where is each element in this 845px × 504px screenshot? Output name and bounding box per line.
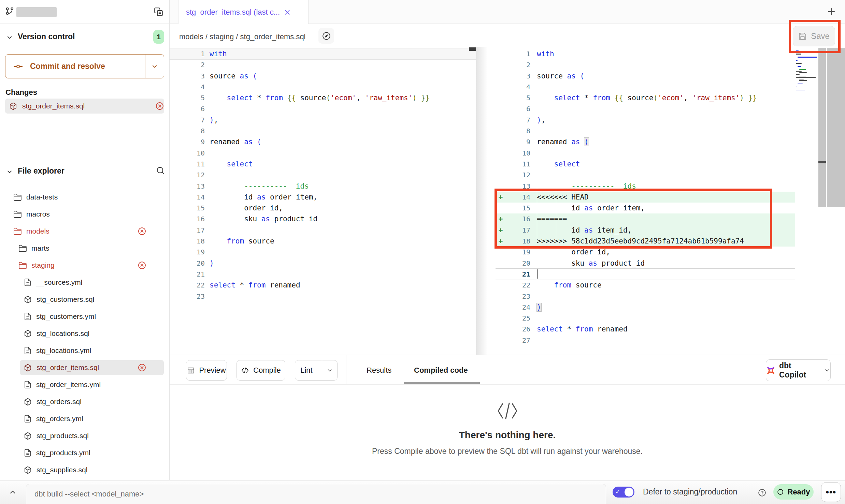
code-line-14[interactable]: 14 id as order_item, (170, 192, 476, 203)
code-line-1[interactable]: 1with (170, 48, 476, 59)
discard-change-icon[interactable] (138, 261, 146, 270)
lint-label[interactable]: Lint (295, 366, 318, 375)
code-line-7[interactable]: 7), (496, 115, 795, 125)
code-line-8[interactable]: 8 (496, 125, 795, 136)
file-tree-item-stg-orders-sql[interactable]: stg_orders.sql (0, 394, 170, 409)
search-icon[interactable] (156, 166, 165, 175)
command-input[interactable]: dbt build --select <model_name> (26, 484, 606, 504)
file-tree-item-stg-customers-yml[interactable]: stg_customers.yml (0, 309, 170, 324)
defer-toggle[interactable]: ✓ (613, 487, 634, 498)
new-tab-icon[interactable] (826, 6, 836, 17)
code-line-9[interactable]: 9renamed as ( (496, 136, 795, 147)
file-tree-item-stg-order-items-sql[interactable]: stg_order_items.sql (0, 360, 170, 375)
code-line-5[interactable]: 5 select * from {{ source('ecom', 'raw_i… (496, 92, 795, 103)
code-line-16[interactable]: 16 sku as product_id (170, 213, 476, 224)
file-tree-item-stg-supplies-sql[interactable]: stg_supplies.sql (0, 462, 170, 477)
code-line-17[interactable]: 17 (170, 225, 476, 236)
lint-button-group[interactable]: Lint (295, 360, 338, 381)
commit-and-resolve-button[interactable]: Commit and resolve (5, 54, 164, 78)
git-branch-icon[interactable] (5, 6, 14, 16)
branch-name-placeholder[interactable] (16, 7, 57, 17)
preview-button[interactable]: Preview (186, 360, 227, 381)
chevron-down-icon[interactable] (6, 34, 13, 41)
file-tree-item-marts[interactable]: marts (0, 241, 170, 256)
code-line-18[interactable]: 18 from source (170, 236, 476, 247)
collapse-panel-icon[interactable] (5, 484, 20, 500)
file-tree-item-stg-products-yml[interactable]: stg_products.yml (0, 445, 170, 460)
compile-button[interactable]: Compile (237, 360, 285, 381)
file-tree-item-stg-customers-sql[interactable]: stg_customers.sql (0, 292, 170, 307)
code-line-13[interactable]: 13 ---------- ids (170, 181, 476, 192)
code-line-15[interactable]: 15 order_id, (170, 203, 476, 213)
editor-scrollbar[interactable] (827, 48, 845, 207)
file-tree-item-stg-order-items-yml[interactable]: stg_order_items.yml (0, 377, 170, 392)
file-tree-item-staging[interactable]: staging (0, 258, 170, 273)
code-line-12[interactable]: 12 (496, 169, 795, 180)
editor-pane-left[interactable]: 1with23source as (45 select * from {{ so… (170, 47, 476, 302)
code-line-20[interactable]: 20 sku as product_id (496, 258, 795, 269)
scrollbar-thumb[interactable] (818, 161, 826, 163)
code-line-9[interactable]: 9renamed as ( (170, 136, 476, 147)
code-line-4[interactable]: 4 (496, 81, 795, 92)
code-line-10[interactable]: 10 (496, 148, 795, 159)
code-line-6[interactable]: 6 (496, 103, 795, 114)
code-line-7[interactable]: 7), (170, 115, 476, 125)
file-tree-item--sources-yml[interactable]: __sources.yml (0, 275, 170, 290)
file-tree-item-stg-products-sql[interactable]: stg_products.sql (0, 428, 170, 443)
code-line-4[interactable]: 4 (170, 81, 476, 92)
left-scrollbar-thumb[interactable] (469, 47, 476, 51)
file-tree-item-stg-locations-yml[interactable]: stg_locations.yml (0, 343, 170, 358)
tab-compiled-code[interactable]: Compiled code (414, 360, 468, 381)
code-line-2[interactable]: 2 (170, 59, 476, 70)
code-line-23[interactable]: 23 (496, 291, 795, 302)
code-line-19[interactable]: 19 (170, 247, 476, 257)
folder-icon (18, 244, 27, 253)
code-line-27[interactable]: 27 (496, 335, 795, 346)
copy-files-icon[interactable] (154, 7, 163, 16)
minimap[interactable] (796, 50, 817, 139)
code-line-11[interactable]: 11 select (496, 159, 795, 169)
code-line-8[interactable]: 8 (170, 125, 476, 136)
code-line-22[interactable]: 22select * from renamed (170, 280, 476, 291)
tab-stg-order-items[interactable]: stg_order_items.sql (last c... (178, 0, 309, 24)
file-tree-item-macros[interactable]: macros (0, 207, 170, 222)
help-icon[interactable] (758, 488, 767, 497)
canvas-compass-button[interactable] (318, 28, 334, 44)
discard-change-icon[interactable] (138, 363, 146, 372)
code-line-10[interactable]: 10 (170, 148, 476, 159)
code-line-11[interactable]: 11 select (170, 159, 476, 169)
file-tree-item-stg-orders-yml[interactable]: stg_orders.yml (0, 411, 170, 426)
tab-results[interactable]: Results (367, 360, 391, 381)
code-line-3[interactable]: 3source as ( (496, 71, 795, 81)
chevron-down-icon[interactable] (6, 168, 13, 175)
changed-file-row[interactable]: stg_order_items.sql (5, 99, 164, 114)
code-line-3[interactable]: 3source as ( (170, 71, 476, 81)
code-line-20[interactable]: 20) (170, 258, 476, 269)
line-number: 9 (170, 136, 208, 147)
file-tree-item-models[interactable]: models (0, 224, 170, 239)
code-line-2[interactable]: 2 (496, 59, 795, 70)
code-line-26[interactable]: 26select * from renamed (496, 324, 795, 335)
code-line-21[interactable]: 21 (496, 269, 795, 280)
minimap-scrollbar[interactable] (818, 48, 826, 207)
file-name: models (26, 227, 133, 235)
code-line-25[interactable]: 25 (496, 313, 795, 324)
line-number: 10 (170, 148, 208, 159)
dbt-copilot-button[interactable]: dbt Copilot (766, 359, 831, 381)
code-line-12[interactable]: 12 (170, 169, 476, 180)
discard-change-icon[interactable] (138, 227, 146, 236)
code-line-1[interactable]: 1with (496, 48, 795, 59)
file-tree-item-data-tests[interactable]: data-tests (0, 190, 170, 205)
code-line-23[interactable]: 23 (170, 291, 476, 302)
code-line-21[interactable]: 21 (170, 269, 476, 280)
file-tree-item-stg-locations-sql[interactable]: stg_locations.sql (0, 326, 170, 341)
commit-options-dropdown[interactable] (145, 55, 164, 78)
code-line-24[interactable]: 24) (496, 302, 795, 313)
code-line-5[interactable]: 5 select * from {{ source('ecom', 'raw_i… (170, 92, 476, 103)
code-line-22[interactable]: 22 from source (496, 280, 795, 291)
tab-close-icon[interactable] (284, 9, 291, 16)
discard-change-icon[interactable] (155, 102, 164, 110)
lint-options-dropdown[interactable] (322, 360, 337, 380)
more-options-button[interactable]: ••• (821, 482, 841, 502)
code-line-6[interactable]: 6 (170, 103, 476, 114)
